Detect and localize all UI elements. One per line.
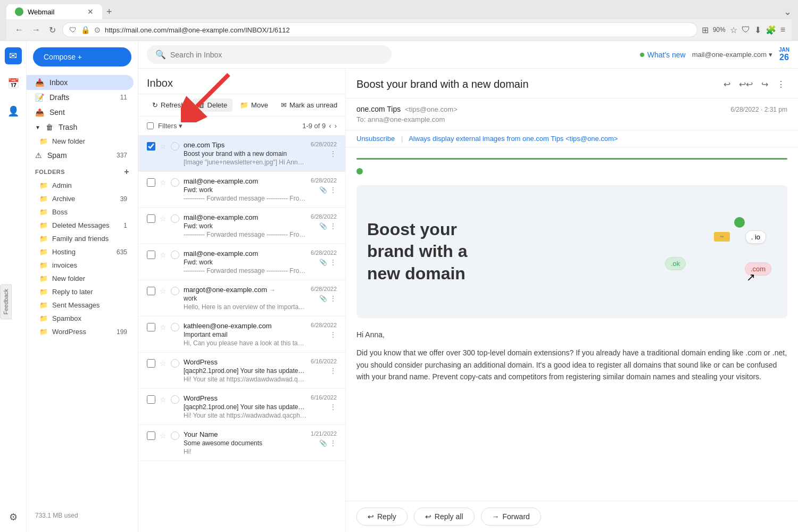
email-checkbox[interactable] [147,287,155,295]
sidebar-folder-reply-later[interactable]: 📁 Reply to later [27,285,134,298]
sidebar-folder-spambox[interactable]: 📁 Spambox [27,312,134,325]
reply-quick-button[interactable]: ↩ [721,77,733,92]
email-meta: 6/16/2022 ⋮ [311,394,337,411]
email-item[interactable]: ☆ kathleen@one-example.com Important ema… [138,317,345,353]
move-button[interactable]: 📁 Move [235,98,273,112]
email-more-button[interactable]: ⋮ [329,149,337,158]
menu-icon[interactable]: ≡ [780,25,785,35]
email-more-button[interactable]: ⋮ [329,186,337,194]
email-item[interactable]: ☆ WordPress [qacph2.1prod.one] Your site… [138,353,345,389]
sidebar-item-trash[interactable]: ▼ 🗑 Trash [27,120,134,135]
select-all-checkbox[interactable] [147,122,154,129]
feedback-button[interactable]: Feedback [0,284,12,319]
email-more-button[interactable]: ⋮ [329,439,337,447]
email-item[interactable]: ☆ margot@one-example.com → work Hello, H… [138,280,345,317]
sidebar-item-sent[interactable]: 📤 Sent [27,105,134,120]
trash-label: Trash [59,123,77,131]
email-more-button[interactable]: ⋮ [329,367,337,375]
star-icon[interactable]: ☆ [160,178,167,187]
email-more-button[interactable]: ⋮ [329,403,337,411]
email-checkbox[interactable] [147,359,155,368]
email-item[interactable]: ☆ mail@one-example.com Fwd: work -------… [138,244,345,280]
sidebar-folder-family-and-friends[interactable]: 📁 Family and friends [27,232,134,245]
email-item[interactable]: ☆ WordPress [qacph2.1prod.one] Your site… [138,389,345,425]
refresh-button[interactable]: ↻ Refresh [147,98,190,112]
star-icon[interactable]: ☆ [160,142,167,151]
email-sender: mail@one-example.com [184,177,306,185]
unsubscribe-link[interactable]: Unsubscribe [356,135,395,143]
star-icon[interactable]: ☆ [160,359,167,368]
add-folder-button[interactable]: + [124,167,129,177]
settings-icon[interactable]: ⚙ [5,509,22,526]
email-more-button[interactable]: ⋮ [329,258,337,267]
sidebar-folder-archive[interactable]: 📁 Archive 39 [27,192,134,205]
forward-button[interactable]: → Forward [481,508,541,526]
email-checkbox[interactable] [147,431,155,440]
reply-all-button[interactable]: ↩ Reply all [414,508,475,526]
compose-button[interactable]: Compose + [33,47,131,66]
email-item[interactable]: ☆ one.com Tips Boost your brand with a n… [138,136,345,172]
calendar-icon[interactable]: 📅 [5,75,22,92]
reload-button[interactable]: ↻ [47,23,58,37]
prev-page-button[interactable]: ‹ [329,122,331,130]
display-images-link[interactable]: Always display external images from one.… [409,135,618,143]
calendar-date-badge[interactable]: Jan 26 [779,47,789,62]
star-icon[interactable]: ☆ [160,287,167,295]
star-icon[interactable]: ☆ [160,251,167,259]
drafts-label: Drafts [49,93,69,102]
filter-button[interactable]: Filters ▾ [154,120,187,132]
more-options-button[interactable]: ⋮ [775,77,787,92]
forward-button[interactable]: → [30,23,43,37]
email-checkbox[interactable] [147,323,155,331]
email-checkbox[interactable] [147,214,155,223]
email-checkbox[interactable] [147,395,155,404]
star-icon[interactable]: ☆ [160,395,167,404]
email-item[interactable]: ☆ Your Name Some awesome documents Hi! 1… [138,425,345,461]
sidebar-item-spam[interactable]: ⚠ Spam 337 [27,148,134,163]
reply-all-quick-button[interactable]: ↩↩ [737,77,755,92]
email-checkbox[interactable] [147,251,155,259]
sidebar-folder-invoices[interactable]: 📁 invoices [27,259,134,272]
bookmark-icon[interactable]: ☆ [730,25,737,35]
sidebar-folder-admin[interactable]: 📁 Admin [27,179,134,192]
sidebar-folder-wordpress[interactable]: 📁 WordPress 199 [27,325,134,338]
search-box[interactable]: 🔍 [147,45,392,64]
email-more-button[interactable]: ⋮ [329,330,337,339]
email-checkbox[interactable] [147,142,155,151]
star-icon[interactable]: ☆ [160,214,167,223]
email-item[interactable]: ☆ mail@one-example.com Fwd: work -------… [138,172,345,208]
next-page-button[interactable]: › [335,122,337,130]
whats-new-button[interactable]: What's new [640,51,686,59]
delete-button[interactable]: 🗑 Delete [193,98,233,112]
back-button[interactable]: ← [13,23,26,37]
inbox-icon: 📥 [35,78,44,87]
contacts-icon[interactable]: 👤 [5,103,22,120]
sidebar-folder-boss[interactable]: 📁 Boss [27,205,134,219]
sidebar-folder-new-folder[interactable]: 📁 New folder [27,135,134,148]
new-tab-button[interactable]: + [106,6,112,18]
sidebar-folder-new-folder2[interactable]: 📁 New folder [27,272,134,285]
sidebar-folder-hosting[interactable]: 📁 Hosting 635 [27,245,134,259]
star-icon[interactable]: ☆ [160,431,167,440]
email-more-button[interactable]: ⋮ [329,222,337,230]
email-checkbox[interactable] [147,178,155,187]
reply-later-label: Reply to later [52,288,93,296]
address-bar[interactable]: 🛡 🔒 ⊙ https://mail.one.com/mail@one-exam… [62,22,697,37]
email-more-button[interactable]: ⋮ [329,294,337,303]
forward-quick-button[interactable]: ↪ [759,77,770,92]
star-icon[interactable]: ☆ [160,323,167,331]
reply-button[interactable]: ↩ Reply [356,508,408,526]
sidebar-folder-deleted-messages[interactable]: 📁 Deleted Messages 1 [27,219,134,232]
email-viewer: Boost your brand with a new domain ↩ ↩↩ … [346,69,798,532]
sidebar-item-drafts[interactable]: 📝 Drafts 11 [27,90,134,105]
active-tab[interactable]: Webmail ✕ [6,4,102,19]
mark-unread-button[interactable]: ✉ Mark as unread [276,98,343,112]
mail-icon[interactable]: ✉ [5,47,22,64]
search-input[interactable] [170,51,383,59]
email-item[interactable]: ☆ mail@one-example.com Fwd: work -------… [138,208,345,244]
search-icon: 🔍 [155,49,166,60]
tab-close-button[interactable]: ✕ [87,7,94,16]
sidebar-folder-sent-messages[interactable]: 📁 Sent Messages [27,298,134,312]
user-menu[interactable]: mail@one-example.com ▾ [692,51,772,59]
sidebar-item-inbox[interactable]: 📥 Inbox [27,75,134,90]
